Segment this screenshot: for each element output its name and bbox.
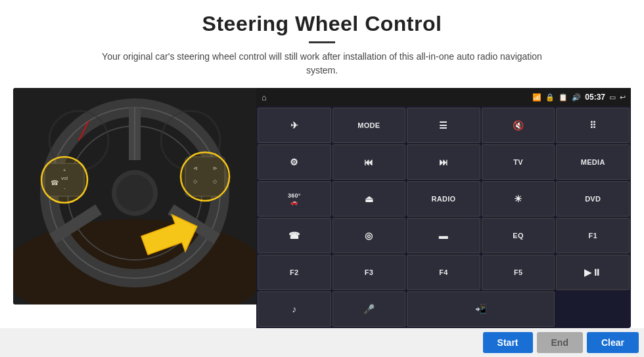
f3-button[interactable]: F3	[333, 255, 406, 290]
page-wrapper: Steering Wheel Control Your original car…	[0, 0, 644, 357]
bluetooth-icon: 🔊	[572, 93, 581, 102]
svg-point-25	[181, 152, 229, 201]
phone-button[interactable]: ☎	[258, 218, 331, 253]
playpause-button[interactable]: ▶⏸	[556, 255, 630, 290]
brightness-button[interactable]: ☀	[482, 181, 555, 217]
navigate-button[interactable]: ✈	[258, 108, 331, 143]
page-title: Steering Wheel Control	[13, 12, 631, 36]
start-button[interactable]: Start	[483, 332, 533, 353]
time-display: 05:37	[585, 93, 605, 102]
screen-icon: ▭	[609, 93, 616, 102]
answer-button[interactable]: 📲	[407, 291, 555, 327]
status-left: ⌂	[262, 93, 267, 102]
apps-button[interactable]: ⠿	[556, 108, 630, 143]
f4-button[interactable]: F4	[407, 255, 480, 290]
status-right: 📶 🔒 📋 🔊 05:37 ▭ ↩	[532, 93, 626, 102]
f2-button[interactable]: F2	[258, 255, 331, 290]
eject-button[interactable]: ⏏	[333, 181, 406, 217]
back-icon[interactable]: ↩	[620, 93, 626, 102]
title-divider	[309, 41, 335, 43]
tv-button[interactable]: TV	[482, 144, 555, 180]
end-button[interactable]: End	[537, 332, 583, 353]
dvd-button[interactable]: DVD	[556, 181, 630, 217]
wifi-icon: 📶	[532, 93, 541, 102]
radio-button[interactable]: RADIO	[407, 181, 480, 217]
media-button[interactable]: MEDIA	[556, 144, 630, 180]
f5-button[interactable]: F5	[482, 255, 555, 290]
mute-button[interactable]: 🔇	[482, 108, 555, 143]
satellite-button[interactable]: ◎	[333, 218, 406, 253]
forward-button[interactable]: ⏭	[407, 144, 480, 180]
clear-button[interactable]: Clear	[587, 332, 639, 353]
bottom-actions: Start End Clear	[0, 328, 644, 357]
settings-button[interactable]: ⚙	[258, 144, 331, 180]
lock-icon: 🔒	[545, 93, 555, 102]
page-subtitle: Your original car's steering wheel contr…	[92, 50, 552, 77]
mode-button[interactable]: MODE	[333, 108, 406, 143]
music-button[interactable]: ♪	[258, 291, 331, 327]
camera360-button[interactable]: 360°🚗	[258, 181, 331, 217]
f1-button[interactable]: F1	[556, 218, 630, 253]
button-grid: ✈ MODE ☰ 🔇 ⠿ ⚙ ⏮ ⏭ TV MEDIA 360°🚗 ⏏ RADI…	[256, 106, 631, 328]
eq-button[interactable]: EQ	[482, 218, 555, 253]
header-section: Steering Wheel Control Your original car…	[0, 0, 644, 81]
menu-button[interactable]: ☰	[407, 108, 480, 143]
svg-point-24	[41, 157, 87, 203]
sim-icon: 📋	[559, 93, 568, 102]
content-area: + vol - ☎ ⊲ ⊳ ◇ ◇	[0, 81, 644, 328]
steering-wheel-bg: + vol - ☎ ⊲ ⊳ ◇ ◇	[13, 88, 256, 304]
svg-point-10	[116, 175, 153, 211]
steering-wheel-image: + vol - ☎ ⊲ ⊳ ◇ ◇	[13, 88, 256, 304]
rewind-button[interactable]: ⏮	[333, 144, 406, 180]
status-bar: ⌂ 📶 🔒 📋 🔊 05:37 ▭ ↩	[256, 88, 631, 106]
mic-button[interactable]: 🎤	[333, 291, 406, 327]
control-panel: ⌂ 📶 🔒 📋 🔊 05:37 ▭ ↩ ✈ MODE ☰ 🔇	[256, 88, 631, 328]
home-icon[interactable]: ⌂	[262, 93, 267, 102]
aspect-button[interactable]: ▬	[407, 218, 480, 253]
